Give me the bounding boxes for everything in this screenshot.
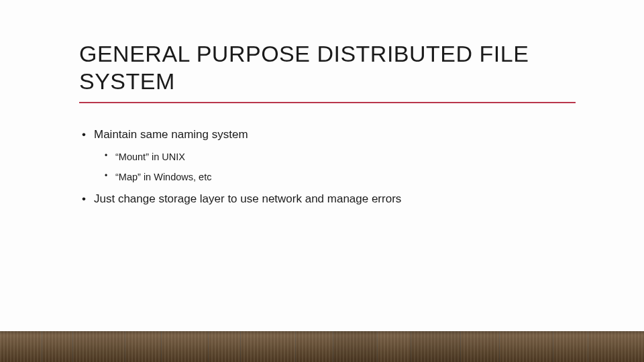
wood-floor-decoration <box>0 331 644 362</box>
wood-plank <box>208 331 241 362</box>
bullet-level1: Maintain same naming system <box>79 127 576 141</box>
slide: GENERAL PURPOSE DISTRIBUTED FILE SYSTEM … <box>0 0 644 362</box>
wood-plank <box>240 331 296 362</box>
wood-plank <box>161 331 209 362</box>
wood-plank <box>333 331 378 362</box>
wood-plank <box>460 331 500 362</box>
wood-plank <box>588 331 644 362</box>
wood-plank <box>553 331 588 362</box>
wood-plank <box>42 331 73 362</box>
wood-plank <box>0 331 42 362</box>
wood-plank <box>499 331 553 362</box>
bullet-level1: Just change storage layer to use network… <box>79 192 576 206</box>
bullet-level2: “Map” in Windows, etc <box>103 171 576 183</box>
wood-plank <box>125 331 162 362</box>
wood-plank <box>377 331 411 362</box>
wood-plank <box>411 331 461 362</box>
wood-plank <box>295 331 333 362</box>
wood-plank <box>72 331 125 362</box>
title-underline <box>79 102 576 103</box>
wood-floor-shadow <box>0 331 644 335</box>
slide-title: GENERAL PURPOSE DISTRIBUTED FILE SYSTEM <box>79 40 576 95</box>
slide-body: Maintain same naming system “Mount” in U… <box>79 121 576 215</box>
bullet-level2: “Mount” in UNIX <box>103 151 576 163</box>
